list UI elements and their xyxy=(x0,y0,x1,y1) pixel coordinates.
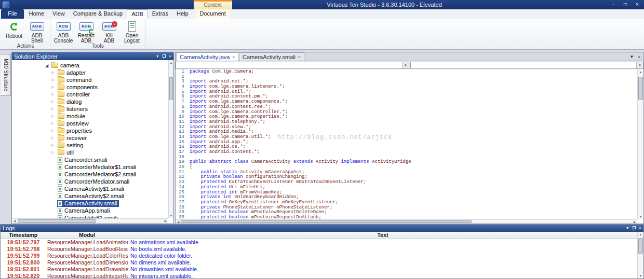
expander-icon[interactable]: ▷ xyxy=(51,85,57,89)
scroll-left-icon[interactable]: ◀ xyxy=(12,219,17,224)
tree-item-camcordermediator-1-smali[interactable]: CamcorderMediator$1.smali xyxy=(12,163,168,171)
tab-close-icon[interactable]: × xyxy=(232,54,235,59)
scroll-down-icon[interactable]: ▼ xyxy=(638,273,643,278)
expander-icon[interactable]: ▷ xyxy=(51,71,57,75)
log-column-module[interactable]: Modul xyxy=(46,232,128,239)
tree-item-module[interactable]: ▷module xyxy=(12,113,168,120)
ribbon-tab-help[interactable]: Help xyxy=(172,9,193,19)
panel-title-icons: ▾ × xyxy=(156,54,171,59)
tree-item-setting[interactable]: ▷setting xyxy=(12,142,168,149)
scrollbar-thumb[interactable] xyxy=(638,238,643,254)
tree-item-camera[interactable]: ◢camera xyxy=(12,62,168,69)
chevron-down-icon[interactable]: ▾ xyxy=(626,226,628,231)
expander-icon[interactable]: ▷ xyxy=(51,129,57,133)
close-button[interactable]: × xyxy=(633,0,642,9)
tree-item-cameraactivity-1-smali[interactable]: CameraActivity$1.smali xyxy=(12,185,168,192)
scroll-right-icon[interactable]: ▶ xyxy=(632,220,637,224)
log-column-timestamp[interactable]: Timestamp xyxy=(1,232,46,239)
tree-item-dialog[interactable]: ▷dialog xyxy=(12,98,168,105)
tree-item-receiver[interactable]: ▷receiver xyxy=(12,134,168,142)
close-icon[interactable]: × xyxy=(169,54,171,59)
member-selector-dropdown[interactable]: ▾ xyxy=(410,62,643,69)
tree-item-camcordermediator-smali[interactable]: CamcorderMediator.smali xyxy=(12,178,168,185)
ribbon-tab-file[interactable]: File xyxy=(1,9,24,19)
close-icon[interactable]: × xyxy=(639,226,641,231)
tree-item-controller[interactable]: ▷controller xyxy=(12,91,168,98)
expander-icon[interactable]: ▷ xyxy=(51,78,57,82)
code-line: 30 protected boolean mPostviewRequestDoA… xyxy=(176,215,637,219)
tree-item-cameraactivity-smali[interactable]: CameraActivity.smali xyxy=(12,200,168,207)
log-column-text[interactable]: Text xyxy=(128,232,637,239)
scroll-down-icon[interactable]: ▼ xyxy=(169,213,173,218)
tree-item-listeners[interactable]: ▷listeners xyxy=(12,105,168,113)
editor-tab-cameraactivity-java[interactable]: CameraActivity.java× xyxy=(176,52,238,61)
file-icon xyxy=(58,179,62,185)
tree-item-camcorder-smali[interactable]: Camcorder.smali xyxy=(12,156,168,163)
tab-list-icon[interactable]: ▼ xyxy=(629,54,634,59)
tree-item-postview[interactable]: ▷postview xyxy=(12,120,168,127)
scroll-up-icon[interactable]: ▲ xyxy=(638,232,643,237)
ribbon-button-restart-adb[interactable]: ADBRestart ADB xyxy=(75,19,98,44)
type-selector-dropdown[interactable]: ▾ xyxy=(176,62,409,69)
log-row[interactable]: 19:51:52.820ResourceManager.LoadIntegerR… xyxy=(1,273,637,278)
minimize-button[interactable]: – xyxy=(609,0,618,9)
pin-icon[interactable] xyxy=(632,226,636,231)
maximize-button[interactable]: □ xyxy=(621,0,630,9)
tree-item-adapter[interactable]: ▷adapter xyxy=(12,69,168,76)
scrollbar-thumb[interactable] xyxy=(638,77,643,100)
scroll-up-icon[interactable]: ▲ xyxy=(638,69,643,75)
log-row[interactable]: 19:51:52.798ResourceManager.LoadBoolReso… xyxy=(1,246,637,253)
ribbon-button-adb-console[interactable]: ADBADB Console xyxy=(52,19,75,44)
tree-item-camerahelo-1-smali[interactable]: CameraHelo$1.smali xyxy=(12,214,168,218)
ribbon-tab-home[interactable]: Home xyxy=(25,9,48,19)
chevron-down-icon[interactable]: ▾ xyxy=(156,54,158,59)
tree-item-cameraactivity-2-smali[interactable]: CameraActivity$2.smali xyxy=(12,192,168,200)
log-row[interactable]: 19:51:52.801ResourceManager.LoadDrawable… xyxy=(1,266,637,273)
ribbon-button-kill-adb[interactable]: ADB×Kill ADB xyxy=(98,19,120,44)
ribbon-tab-document[interactable]: Document xyxy=(196,9,230,19)
ribbon-tab-extras[interactable]: Extras xyxy=(148,9,172,19)
horizontal-scrollbar[interactable]: ◀ ▶ xyxy=(12,218,168,224)
scrollbar-thumb[interactable] xyxy=(181,220,472,223)
ribbon-button-adb-shell[interactable]: ADBADB Shell xyxy=(25,19,48,44)
expander-icon[interactable]: ▷ xyxy=(51,100,57,104)
expander-icon[interactable]: ◢ xyxy=(45,63,51,68)
ribbon-tab-compare-backup[interactable]: Compare & Backup xyxy=(69,9,127,19)
editor-tab-cameraactivity-smali[interactable]: CameraActivity.smali× xyxy=(239,52,304,61)
expander-icon[interactable]: ▷ xyxy=(51,114,57,118)
scrollbar-thumb[interactable] xyxy=(18,219,96,223)
log-row[interactable]: 19:51:52.799ResourceManager.LoadColorRes… xyxy=(1,253,637,259)
tree-item-cameraapp-smali[interactable]: CameraApp.smali xyxy=(12,207,168,214)
expander-icon[interactable]: ▷ xyxy=(51,107,57,111)
log-row[interactable]: 19:51:52.797ResourceManager.LoadAnimatio… xyxy=(1,239,637,246)
tree-item-components[interactable]: ▷components xyxy=(12,83,168,91)
code-editor[interactable]: 1package com.lge.camera;23import android… xyxy=(176,69,637,219)
tree-item-command[interactable]: ▷command xyxy=(12,76,168,83)
vertical-scrollbar[interactable]: ▲ ▼ xyxy=(637,69,643,219)
ribbon-tab-view[interactable]: View xyxy=(48,9,69,19)
ribbon-button-open-logcat[interactable]: Open Logcat xyxy=(120,19,143,44)
scroll-down-icon[interactable]: ▼ xyxy=(638,214,643,219)
expander-icon[interactable]: ▷ xyxy=(51,150,57,155)
vertical-scrollbar[interactable]: ▲ ▼ xyxy=(637,232,643,278)
expander-icon[interactable]: ▷ xyxy=(51,143,57,147)
expander-icon[interactable]: ▷ xyxy=(51,92,57,96)
close-document-icon[interactable]: × xyxy=(638,54,640,59)
scroll-right-icon[interactable]: ▶ xyxy=(163,219,168,224)
log-row[interactable]: 19:51:52.800ResourceManager.LoadDimensio… xyxy=(1,259,637,266)
tree-item-camcordermediator-2-smali[interactable]: CamcorderMediator$2.smali xyxy=(12,171,168,178)
vertical-scrollbar[interactable]: ▲ ▼ xyxy=(168,60,173,218)
pin-icon[interactable] xyxy=(162,54,166,59)
scroll-left-icon[interactable]: ◀ xyxy=(176,220,181,224)
expander-icon[interactable]: ▷ xyxy=(51,121,57,125)
expander-icon[interactable]: ▷ xyxy=(51,136,57,140)
tab-m10-structure[interactable]: M10 Structure xyxy=(1,54,11,96)
horizontal-scrollbar[interactable]: ◀ ▶ xyxy=(176,219,637,224)
scrollbar-thumb[interactable] xyxy=(169,77,173,100)
ribbon-tab-adb[interactable]: ADB xyxy=(127,9,148,19)
tab-close-icon[interactable]: × xyxy=(298,54,301,59)
tree-item-util[interactable]: ▷util xyxy=(12,149,168,156)
tree-item-properties[interactable]: ▷properties xyxy=(12,127,168,134)
scroll-up-icon[interactable]: ▲ xyxy=(169,60,173,65)
ribbon-button-reboot[interactable]: Reboot xyxy=(3,19,25,44)
